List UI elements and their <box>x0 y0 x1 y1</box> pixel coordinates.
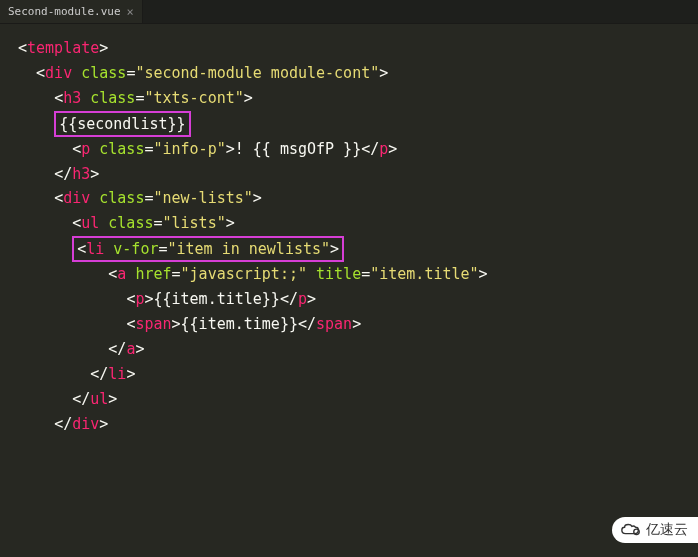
highlight-box: {{secondlist}} <box>54 111 190 137</box>
highlight-box: <li v-for="item in newlists"> <box>72 236 344 262</box>
file-tab[interactable]: Second-module.vue × <box>0 0 143 23</box>
code-line-highlighted: <li v-for="item in newlists"> <box>18 236 698 262</box>
code-line: <span>{{item.time}}</span> <box>18 312 698 337</box>
code-line: <h3 class="txts-cont"> <box>18 86 698 111</box>
code-line: </h3> <box>18 162 698 187</box>
code-line: <template> <box>18 36 698 61</box>
code-line: <div class="second-module module-cont"> <box>18 61 698 86</box>
code-line: </li> <box>18 362 698 387</box>
code-line: </ul> <box>18 387 698 412</box>
code-line-highlighted: {{secondlist}} <box>18 111 698 137</box>
code-line: <a href="javascript:;" title="item.title… <box>18 262 698 287</box>
cloud-icon <box>620 522 642 538</box>
watermark-badge: 亿速云 <box>612 517 698 543</box>
code-editor[interactable]: <template> <div class="second-module mod… <box>0 24 698 448</box>
watermark-text: 亿速云 <box>646 521 688 539</box>
code-line: <div class="new-lists"> <box>18 186 698 211</box>
tab-filename: Second-module.vue <box>8 5 121 18</box>
code-line: </a> <box>18 337 698 362</box>
code-line: <p>{{item.title}}</p> <box>18 287 698 312</box>
tab-bar: Second-module.vue × <box>0 0 698 24</box>
code-line: </div> <box>18 412 698 437</box>
code-line: <p class="info-p">! {{ msgOfP }}</p> <box>18 137 698 162</box>
close-icon[interactable]: × <box>127 5 134 19</box>
code-line: <ul class="lists"> <box>18 211 698 236</box>
